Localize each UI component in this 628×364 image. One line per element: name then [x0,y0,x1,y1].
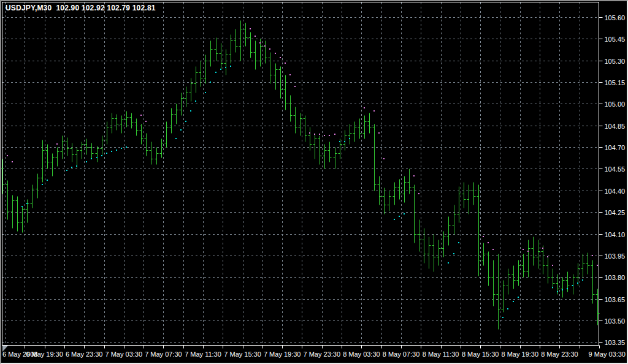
plot-frame [2,2,599,346]
grid-lines [2,2,599,345]
mt4-chart-window: USDJPY,M30 102.90 102.92 102.79 102.81 1… [0,0,628,364]
chart-symbol-ohlc-label: USDJPY,M30 102.90 102.92 102.79 102.81 [6,4,156,12]
time-scale[interactable] [2,346,599,362]
chart-area[interactable]: 105.60105.45105.30105.15105.00104.85104.… [1,1,627,363]
price-scale[interactable] [599,2,626,346]
price-bars [1,21,600,330]
